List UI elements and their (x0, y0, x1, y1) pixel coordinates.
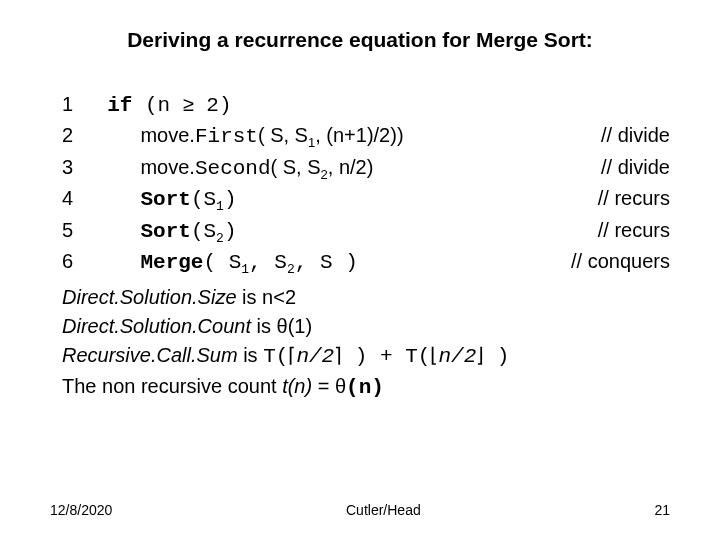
comment: // conquers (571, 247, 670, 276)
fn-merge: Merge (140, 251, 203, 274)
line-number: 6 (62, 247, 96, 276)
comment: // recurs (598, 184, 670, 213)
slide-title: Deriving a recurrence equation for Merge… (50, 28, 670, 52)
line-number: 2 (62, 121, 96, 150)
comment: // divide (601, 153, 670, 182)
line-number: 4 (62, 184, 96, 213)
code-line-1: 1 if (n ≥ 2) (62, 90, 670, 121)
prose-line-3: Recursive.Call.Sum is T(⌈n/2⌉ ) + T(⌊n/2… (62, 341, 670, 372)
prose-line-4: The non recursive count t(n) = θ(n) (62, 372, 670, 403)
code-segment: Sort(S2) (96, 216, 598, 247)
slide-body: 1 if (n ≥ 2) 2 move.First( S, S1, (n+1)/… (50, 90, 670, 404)
code-segment: Sort(S1) (96, 184, 598, 215)
comment: // divide (601, 121, 670, 150)
code-segment: if (n ≥ 2) (96, 90, 670, 121)
footer-center: Cutler/Head (346, 502, 421, 518)
code-block: 1 if (n ≥ 2) 2 move.First( S, S1, (n+1)/… (62, 90, 670, 279)
footer-date: 12/8/2020 (50, 502, 112, 518)
line-number: 1 (62, 90, 96, 119)
code-line-2: 2 move.First( S, S1, (n+1)/2)) // divide (62, 121, 670, 152)
code-line-6: 6 Merge( S1, S2, S ) // conquers (62, 247, 670, 278)
prose-block: Direct.Solution.Size is n<2 Direct.Solut… (62, 283, 670, 404)
line-number: 5 (62, 216, 96, 245)
footer: 12/8/2020 Cutler/Head 21 (50, 502, 670, 518)
line-number: 3 (62, 153, 96, 182)
footer-page: 21 (654, 502, 670, 518)
prose-line-2: Direct.Solution.Count is θ(1) (62, 312, 670, 341)
fn-sort: Sort (140, 220, 190, 243)
prose-line-1: Direct.Solution.Size is n<2 (62, 283, 670, 312)
keyword-if: if (107, 94, 132, 117)
code-segment: Merge( S1, S2, S ) (96, 247, 571, 278)
code-segment: move.First( S, S1, (n+1)/2)) (96, 121, 601, 152)
code-segment: move.Second( S, S2, n/2) (96, 153, 601, 184)
code-line-4: 4 Sort(S1) // recurs (62, 184, 670, 215)
fn-sort: Sort (140, 188, 190, 211)
code-line-5: 5 Sort(S2) // recurs (62, 216, 670, 247)
comment: // recurs (598, 216, 670, 245)
slide: Deriving a recurrence equation for Merge… (0, 0, 720, 540)
code-line-3: 3 move.Second( S, S2, n/2) // divide (62, 153, 670, 184)
